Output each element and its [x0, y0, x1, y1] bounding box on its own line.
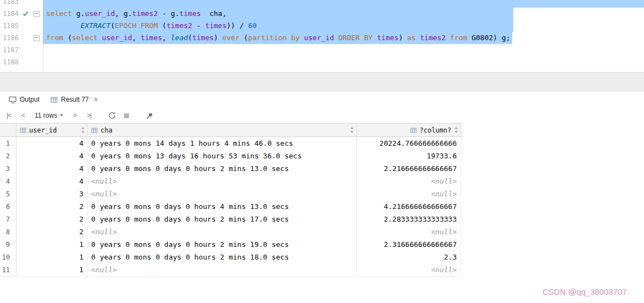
code-line[interactable]: from (select user_id, times, lead(times)…	[43, 32, 644, 44]
column-header-qcolumn[interactable]: ?column?	[357, 124, 461, 136]
cell-cha[interactable]: 0 years 0 mons 0 days 0 hours 2 mins 13.…	[88, 162, 357, 175]
cell-cha[interactable]: 0 years 0 mons 0 days 0 hours 2 mins 19.…	[88, 238, 357, 251]
row-number[interactable]: 7	[0, 213, 16, 225]
cell-qcolumn[interactable]: 2.283333333333333	[357, 213, 461, 225]
cell-qcolumn[interactable]: 4.216666666666667	[357, 200, 461, 213]
last-page-button[interactable]: >|	[82, 109, 96, 122]
row-number[interactable]: 9	[0, 238, 16, 251]
cell-user-id[interactable]: 2	[16, 200, 88, 213]
reload-button[interactable]	[105, 109, 119, 122]
sql-editor[interactable]: 11831184select g.user_id, g.times2 - g.t…	[0, 0, 644, 72]
stop-button[interactable]	[120, 109, 133, 122]
cell-user-id[interactable]: 4	[16, 162, 88, 175]
column-header-cha[interactable]: cha	[88, 124, 357, 136]
code-token: )) /	[227, 21, 248, 30]
code-line[interactable]: select g.user_id, g.times2 - g.times cha…	[43, 8, 644, 20]
row-number[interactable]: 11	[0, 263, 16, 276]
editor-gutter: 1187	[0, 44, 43, 56]
code-token: from	[450, 34, 467, 42]
watermark: CSDN @qq_38003707	[542, 287, 627, 296]
table-row[interactable]: 1010 years 0 mons 0 days 0 hours 2 mins …	[0, 251, 462, 263]
cell-user-id[interactable]: 1	[16, 263, 88, 276]
cell-qcolumn[interactable]: 2.216666666666667	[357, 162, 461, 175]
fold-slot	[32, 0, 41, 8]
fold-marker[interactable]	[33, 11, 40, 17]
cell-qcolumn[interactable]: 20224.766666666666	[357, 137, 461, 150]
cell-user-id[interactable]: 2	[16, 213, 88, 225]
first-page-button[interactable]: |<	[2, 109, 15, 122]
pin-button[interactable]	[143, 109, 156, 122]
cell-qcolumn[interactable]: <null>	[357, 225, 461, 238]
gutter-icon-slot	[19, 44, 32, 56]
cell-user-id[interactable]: 3	[16, 188, 88, 200]
row-number[interactable]: 1	[0, 137, 16, 150]
cell-cha[interactable]: 0 years 0 mons 14 days 1 hours 4 mins 46…	[88, 137, 357, 150]
editor-line: 1188	[0, 56, 644, 68]
table-row[interactable]: 240 years 0 mons 13 days 16 hours 53 min…	[0, 150, 462, 162]
cell-user-id[interactable]: 2	[16, 225, 88, 238]
cell-cha[interactable]: <null>	[88, 263, 357, 276]
cell-cha[interactable]: <null>	[88, 188, 357, 200]
table-row[interactable]: 53<null><null>	[0, 188, 462, 200]
gutter-icon-slot	[19, 20, 32, 32]
table-row[interactable]: 82<null><null>	[0, 225, 462, 238]
cell-user-id[interactable]: 4	[16, 150, 88, 162]
cell-cha[interactable]: 0 years 0 mons 0 days 0 hours 4 mins 13.…	[88, 200, 357, 213]
cell-qcolumn[interactable]: 2.316666666666667	[357, 238, 461, 251]
code-text: select g.user_id, g.times2 - g.times cha…	[43, 9, 227, 18]
tab-output[interactable]: Output	[3, 91, 45, 108]
table-row[interactable]: 620 years 0 mons 0 days 0 hours 4 mins 1…	[0, 200, 462, 213]
sort-icon[interactable]	[81, 127, 85, 133]
row-number[interactable]: 4	[0, 175, 16, 188]
row-number[interactable]: 8	[0, 225, 16, 238]
cell-user-id[interactable]: 1	[16, 238, 88, 251]
next-page-button[interactable]: >	[68, 109, 81, 122]
cell-user-id[interactable]: 4	[16, 175, 88, 188]
cell-cha[interactable]: 0 years 0 mons 13 days 16 hours 53 mins …	[88, 150, 357, 162]
text-selection	[43, 0, 644, 8]
code-line[interactable]	[43, 44, 644, 56]
table-row[interactable]: 340 years 0 mons 0 days 0 hours 2 mins 1…	[0, 162, 462, 175]
table-row[interactable]: 44<null><null>	[0, 175, 462, 188]
code-text: from (select user_id, times, lead(times)…	[43, 34, 510, 42]
cell-user-id[interactable]: 1	[16, 251, 88, 263]
cell-qcolumn[interactable]: 19733.6	[357, 150, 461, 162]
panel-splitter[interactable]	[0, 72, 644, 91]
cell-cha[interactable]: 0 years 0 mons 0 days 0 hours 2 mins 18.…	[88, 251, 357, 263]
sort-icon[interactable]	[454, 127, 458, 133]
close-icon[interactable]: ×	[94, 96, 98, 103]
line-number: 1186	[0, 34, 19, 42]
cell-cha[interactable]: <null>	[88, 225, 357, 238]
row-number[interactable]: 10	[0, 251, 16, 263]
code-text	[43, 0, 46, 5]
code-line[interactable]	[43, 0, 644, 8]
tab-result-77[interactable]: Result 77 ×	[45, 91, 104, 108]
row-number[interactable]: 5	[0, 188, 16, 200]
page-size-dropdown[interactable]: 11 rows	[31, 109, 67, 122]
table-row[interactable]: 140 years 0 mons 14 days 1 hours 4 mins …	[0, 137, 462, 150]
cell-cha[interactable]: 0 years 0 mons 0 days 0 hours 2 mins 17.…	[88, 213, 357, 225]
code-line[interactable]	[43, 56, 644, 68]
editor-line: 1184select g.user_id, g.times2 - g.times…	[0, 8, 644, 20]
table-row[interactable]: 910 years 0 mons 0 days 0 hours 2 mins 1…	[0, 238, 462, 251]
cell-qcolumn[interactable]: <null>	[357, 175, 461, 188]
sort-icon[interactable]	[350, 127, 354, 133]
row-number[interactable]: 3	[0, 162, 16, 175]
code-line[interactable]: EXTRACT(EPOCH FROM (times2 - times)) / 6…	[43, 20, 644, 32]
previous-page-button[interactable]: <	[16, 109, 30, 122]
table-row[interactable]: 720 years 0 mons 0 days 0 hours 2 mins 1…	[0, 213, 462, 225]
row-number[interactable]: 6	[0, 200, 16, 213]
table-row[interactable]: 111<null><null>	[0, 263, 462, 276]
stop-icon	[124, 113, 129, 118]
column-header-user-id[interactable]: user_id	[16, 124, 88, 136]
code-token: )	[214, 34, 222, 42]
cell-qcolumn[interactable]: 2.3	[357, 251, 461, 263]
grid-header-row: user_id cha	[0, 123, 462, 137]
cell-qcolumn[interactable]: <null>	[357, 263, 461, 276]
cell-qcolumn[interactable]: <null>	[357, 188, 461, 200]
fold-marker[interactable]	[33, 35, 40, 41]
row-number[interactable]: 2	[0, 150, 16, 162]
line-number: 1185	[0, 22, 19, 30]
cell-user-id[interactable]: 4	[16, 137, 88, 150]
cell-cha[interactable]: <null>	[88, 175, 357, 188]
